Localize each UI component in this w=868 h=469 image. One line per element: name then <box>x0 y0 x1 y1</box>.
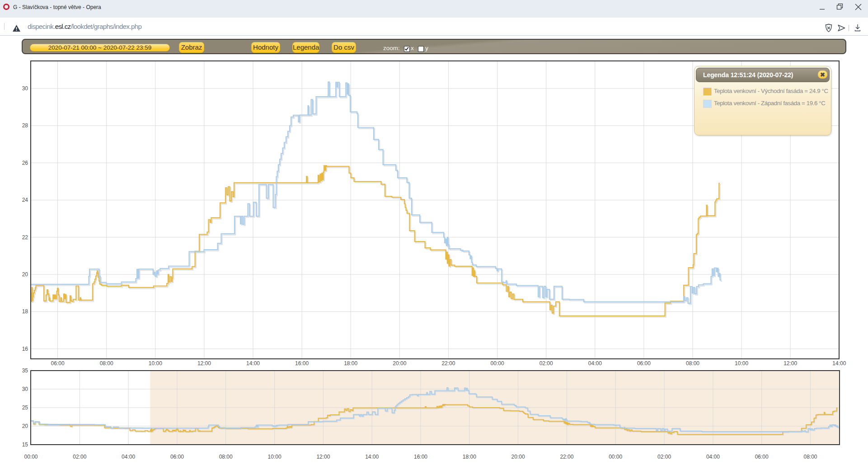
svg-text:14:00: 14:00 <box>246 360 260 367</box>
svg-text:10:00: 10:00 <box>149 360 162 367</box>
svg-text:02:00: 02:00 <box>657 454 671 460</box>
svg-text:22: 22 <box>22 234 28 241</box>
svg-text:00:00: 00:00 <box>24 454 38 460</box>
svg-text:18:00: 18:00 <box>344 360 357 367</box>
svg-text:00:00: 00:00 <box>491 360 504 367</box>
svg-text:02:00: 02:00 <box>540 360 553 367</box>
svg-text:06:00: 06:00 <box>755 454 769 460</box>
svg-text:30: 30 <box>22 85 28 92</box>
svg-text:04:00: 04:00 <box>588 360 602 367</box>
svg-text:30: 30 <box>22 386 28 392</box>
svg-text:08:00: 08:00 <box>803 454 817 460</box>
svg-text:35: 35 <box>22 367 28 374</box>
svg-text:22:00: 22:00 <box>560 454 573 460</box>
svg-text:20: 20 <box>22 271 28 278</box>
svg-text:08:00: 08:00 <box>686 360 699 367</box>
svg-text:06:00: 06:00 <box>170 454 184 460</box>
svg-text:12:00: 12:00 <box>316 454 330 460</box>
svg-text:20:00: 20:00 <box>393 360 406 367</box>
svg-text:20:00: 20:00 <box>511 454 525 460</box>
svg-text:12:00: 12:00 <box>784 360 797 367</box>
svg-text:00:00: 00:00 <box>609 454 622 460</box>
svg-text:14:00: 14:00 <box>832 360 846 367</box>
svg-text:16: 16 <box>22 346 28 352</box>
svg-text:26: 26 <box>22 160 28 166</box>
svg-text:18: 18 <box>22 308 28 315</box>
svg-text:20: 20 <box>22 423 28 429</box>
svg-text:22:00: 22:00 <box>441 360 455 367</box>
svg-text:04:00: 04:00 <box>122 454 135 460</box>
svg-text:08:00: 08:00 <box>219 454 233 460</box>
svg-text:28: 28 <box>22 122 28 129</box>
svg-text:06:00: 06:00 <box>637 360 651 367</box>
svg-text:06:00: 06:00 <box>51 360 65 367</box>
svg-text:14:00: 14:00 <box>365 454 379 460</box>
svg-text:02:00: 02:00 <box>73 454 86 460</box>
svg-text:10:00: 10:00 <box>268 454 282 460</box>
svg-text:16:00: 16:00 <box>414 454 427 460</box>
svg-text:25: 25 <box>22 404 28 411</box>
svg-text:24: 24 <box>22 197 28 203</box>
svg-text:08:00: 08:00 <box>100 360 113 367</box>
svg-text:16:00: 16:00 <box>295 360 309 367</box>
svg-text:18:00: 18:00 <box>463 454 476 460</box>
svg-text:12:00: 12:00 <box>197 360 211 367</box>
svg-text:10:00: 10:00 <box>735 360 748 367</box>
svg-text:15: 15 <box>22 441 28 448</box>
svg-text:04:00: 04:00 <box>706 454 720 460</box>
